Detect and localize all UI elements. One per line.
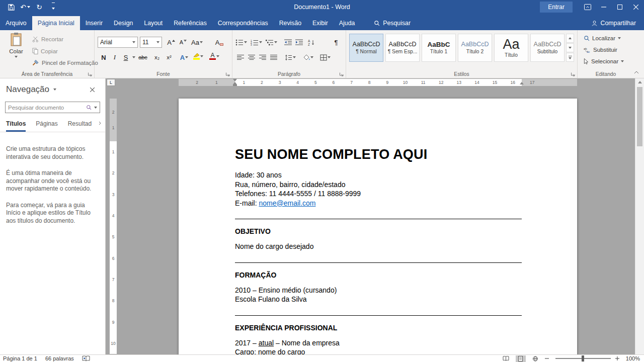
align-left-button[interactable] (235, 52, 246, 63)
strikethrough-button[interactable]: abc (138, 52, 148, 63)
email-link[interactable]: nome@email.com (259, 199, 315, 207)
style-normal[interactable]: AaBbCcD ¶ Normal (349, 34, 383, 62)
decrease-indent-button[interactable] (283, 37, 293, 48)
align-right-button[interactable] (258, 52, 268, 63)
nav-tab-paginas[interactable]: Páginas (36, 120, 57, 132)
justify-button[interactable] (269, 52, 279, 63)
share-button[interactable]: Compartilhar (583, 16, 644, 30)
customize-quick-access-button[interactable] (47, 1, 59, 13)
email-line[interactable]: E-mail: nome@email.com (235, 199, 522, 208)
show-formatting-marks-button[interactable]: ¶ (331, 37, 341, 48)
find-button[interactable]: Localizar (584, 35, 621, 41)
align-center-button[interactable] (247, 52, 257, 63)
sort-button[interactable]: AZ (307, 37, 317, 48)
right-indent-marker[interactable] (520, 82, 524, 84)
left-indent-marker[interactable] (233, 84, 237, 86)
first-line-indent-marker[interactable] (233, 79, 237, 81)
multilevel-list-button[interactable] (266, 37, 277, 48)
undo-button[interactable]: ↶ (19, 1, 31, 13)
zoom-out-button[interactable] (545, 356, 551, 360)
bullets-button[interactable] (235, 37, 247, 48)
ribbon-tab[interactable]: Ajuda (334, 16, 360, 30)
line-spacing-button[interactable] (285, 52, 296, 63)
increase-indent-button[interactable] (294, 37, 304, 48)
styles-more-button[interactable] (566, 53, 574, 62)
experiencia-line2[interactable]: Cargo: nome do cargo (235, 347, 522, 354)
document-search-input[interactable] (8, 105, 84, 111)
superscript-button[interactable]: x² (164, 52, 174, 63)
scroll-up-button[interactable] (635, 78, 644, 86)
scrollbar-thumb[interactable] (637, 87, 642, 146)
zoom-level[interactable]: 100% (626, 355, 640, 361)
nav-tab-resultados[interactable]: Resultad (68, 120, 92, 132)
bold-button[interactable]: N (99, 52, 109, 63)
borders-button[interactable] (320, 52, 331, 63)
vertical-ruler[interactable]: 21 12345678910 (110, 99, 117, 354)
tell-me-search-box[interactable]: Pesquisar (368, 16, 416, 30)
change-case-button[interactable]: Aa (191, 37, 203, 48)
style-titulo-1[interactable]: AaBbC Título 1 (422, 34, 456, 62)
replace-button[interactable]: abac Substituir (584, 47, 617, 53)
ribbon-tab[interactable]: Exibir (307, 16, 334, 30)
ribbon-tab[interactable]: Correspondências (212, 16, 274, 30)
underline-dropdown[interactable] (129, 52, 139, 63)
font-size-combo[interactable]: 11 (140, 37, 162, 48)
navigation-pane-close-button[interactable] (90, 87, 100, 92)
text-effects-button[interactable]: A (179, 52, 189, 63)
styles-scroll-down-button[interactable] (566, 43, 574, 52)
minimize-button[interactable] (596, 0, 612, 14)
maximize-button[interactable] (612, 0, 628, 14)
style-titulo-2[interactable]: AaBbCcD Título 2 (458, 34, 492, 62)
ribbon-tab[interactable]: Design (108, 16, 138, 30)
web-layout-button[interactable] (530, 355, 540, 362)
style-sem-espacamento[interactable]: AaBbCcD ¶ Sem Esp... (385, 34, 420, 62)
section-title-experiencia[interactable]: EXPERIÊNCIA PROFISSIONAL (235, 324, 522, 332)
search-options-dropdown-icon[interactable] (94, 107, 97, 109)
section-title-formacao[interactable]: FORMAÇÃO (235, 271, 522, 279)
tab-pagina-inicial[interactable]: Página Inicial (32, 16, 80, 30)
vertical-scrollbar[interactable] (635, 78, 644, 354)
horizontal-ruler[interactable]: 21 12345678910111213141516 17 (179, 79, 577, 86)
style-subtitulo[interactable]: AaBbCcD Subtítulo (530, 34, 565, 62)
navigation-options-dropdown-icon[interactable] (53, 88, 56, 90)
nav-tab-titulos[interactable]: Títulos (6, 120, 26, 132)
formacao-line[interactable]: Escola Fulano da Silva (235, 295, 522, 304)
font-dialog-launcher[interactable] (225, 72, 230, 76)
print-layout-button[interactable] (516, 355, 526, 362)
grow-font-button[interactable]: A (166, 37, 176, 48)
styles-scroll-up-button[interactable] (566, 34, 574, 43)
clear-formatting-button[interactable]: A (214, 37, 224, 48)
font-family-combo[interactable]: Arial (98, 37, 138, 48)
objetivo-body[interactable]: Nome do cargo desejado (235, 242, 522, 251)
resume-heading[interactable]: SEU NOME COMPLETO AQUI (235, 147, 522, 162)
ribbon-tab[interactable]: Referências (168, 16, 212, 30)
contact-line[interactable]: Rua, número, bairro, cidade/estado (235, 180, 522, 190)
subscript-button[interactable]: x₂ (152, 52, 162, 63)
zoom-slider[interactable] (555, 358, 611, 359)
clipboard-dialog-launcher[interactable] (88, 72, 92, 76)
zoom-slider-handle[interactable] (582, 355, 584, 361)
document-page[interactable]: SEU NOME COMPLETO AQUI Idade: 30 anosRua… (179, 99, 577, 354)
contact-line[interactable]: Idade: 30 anos (235, 170, 522, 180)
ribbon-tab[interactable]: Inserir (80, 16, 108, 30)
section-title-objetivo[interactable]: OBJETIVO (235, 227, 522, 235)
tab-stop-selector[interactable]: L (107, 79, 115, 86)
format-painter-button[interactable]: Pincel de Formatação (32, 59, 98, 66)
save-button[interactable] (5, 1, 17, 13)
nav-tabs-overflow-chevron[interactable] (99, 121, 101, 125)
paste-button[interactable]: Colar (3, 33, 29, 70)
page-indicator[interactable]: Página 1 de 1 (3, 355, 37, 361)
font-color-button[interactable]: A (209, 51, 219, 62)
highlight-button[interactable] (193, 51, 203, 62)
experiencia-line1[interactable]: 2017 – atual – Nome da empresa (235, 338, 522, 348)
ribbon-tab[interactable]: Revisão (274, 16, 307, 30)
proofing-status-button[interactable] (82, 355, 90, 361)
word-count[interactable]: 66 palavras (45, 355, 74, 361)
redo-button[interactable]: ↻ (33, 1, 45, 13)
italic-button[interactable]: I (110, 52, 120, 63)
sign-in-button[interactable]: Entrar (540, 2, 573, 13)
tab-arquivo[interactable]: Arquivo (0, 16, 32, 30)
paragraph-dialog-launcher[interactable] (339, 72, 344, 76)
shrink-font-button[interactable]: A (178, 37, 188, 48)
style-titulo[interactable]: Aa Título (494, 34, 528, 62)
